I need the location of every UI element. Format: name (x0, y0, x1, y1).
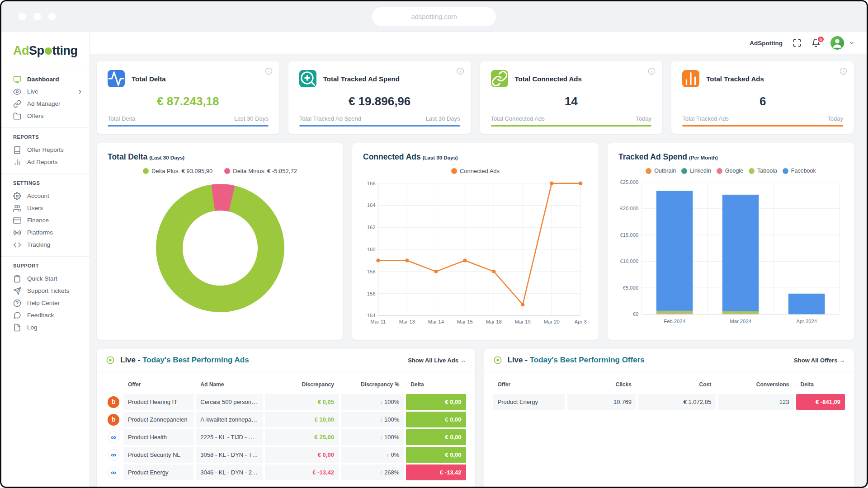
sidebar-item-tracking[interactable]: Tracking (1, 239, 90, 251)
sidebar-item-label: Quick Start (27, 275, 57, 282)
svg-text:€25.000: €25.000 (620, 179, 638, 185)
user-avatar[interactable] (830, 36, 844, 50)
offer-cell: Product Hearing IT (123, 394, 193, 410)
column-header[interactable]: Conversions (718, 377, 793, 392)
legend-item[interactable]: Delta Minus: € -5.852,72 (224, 168, 297, 174)
file-text-icon (13, 324, 21, 332)
svg-text:Apr 2024: Apr 2024 (796, 319, 817, 324)
monitor-icon (13, 75, 21, 84)
column-header[interactable]: Clicks (567, 377, 636, 392)
sidebar-item-label: Finance (27, 217, 49, 224)
legend-item[interactable]: Delta Plus: € 93.095,90 (143, 168, 212, 174)
sidebar-item-ad-reports[interactable]: Ad Reports (1, 156, 90, 168)
column-header[interactable]: Delta (796, 377, 845, 392)
arrow-down-icon: ↓ (380, 434, 383, 441)
ads-table-row[interactable]: ∞Product Energy3046 - KL - DYN - 24/7€ -… (106, 465, 466, 480)
sidebar-item-support-tickets[interactable]: Support Tickets (1, 285, 90, 297)
svg-text:Feb 2024: Feb 2024 (664, 319, 685, 324)
ads-table-row[interactable]: ∞Product Security NL3058 - KL - DYN - TI… (106, 447, 466, 463)
column-header[interactable]: Discrepancy % (341, 377, 404, 392)
sidebar-item-label: Platforms (27, 229, 53, 236)
svg-text:158: 158 (367, 269, 376, 274)
sidebar-item-feedback[interactable]: Feedback (1, 309, 90, 321)
sidebar-item-label: Account (27, 192, 49, 199)
svg-text:156: 156 (367, 291, 376, 296)
legend-item[interactable]: Facebook (783, 168, 816, 174)
notifications-bell-icon[interactable]: 0 (811, 38, 821, 47)
ads-table-row[interactable]: bProduct ZonnepanelenA-kwaliteit zonnepa… (106, 412, 466, 427)
show-all-offers-link[interactable]: Show All Offers → (794, 357, 845, 364)
stat-footer-label: Total Connected Ads (491, 115, 545, 122)
sidebar-item-help-center[interactable]: Help Center (1, 297, 90, 309)
discrepancy-cell: € 10,00 (265, 412, 339, 427)
sidebar-item-offer-reports[interactable]: Offer Reports (1, 144, 90, 156)
zoom-in-icon (299, 70, 316, 87)
column-header[interactable]: Cost (638, 377, 716, 392)
window-dot[interactable] (19, 13, 26, 20)
sidebar-item-log[interactable]: Log (1, 321, 90, 333)
chevron-down-icon[interactable] (849, 40, 855, 46)
legend-dot-icon (681, 168, 687, 174)
sidebar-item-quick-start[interactable]: Quick Start (1, 272, 90, 285)
sidebar-item-account[interactable]: Account (1, 190, 90, 202)
gear-icon (13, 192, 21, 200)
chart-title: Tracked Ad Spend(Per Month) (618, 152, 843, 162)
ads-table-row[interactable]: ∞Product Health2225 - KL - TIJD - DYN€ 2… (106, 429, 466, 445)
stat-card-value: € 87.243,18 (108, 94, 269, 108)
svg-text:Mar 13: Mar 13 (399, 319, 415, 324)
sidebar-item-live[interactable]: Live (1, 85, 90, 98)
tables-row: Live - Today's Best Performing Ads Show … (97, 349, 854, 487)
info-icon[interactable] (648, 67, 656, 75)
sidebar-item-label: Live (27, 88, 38, 95)
offers-table-row[interactable]: Product Energy10.769€ 1.072,85123€ -841,… (493, 394, 845, 410)
legend-item[interactable]: Taboola (749, 168, 777, 174)
eye-icon (13, 88, 21, 96)
stat-card-total-connected-ads: Total Connected Ads14Total Connected Ads… (480, 61, 663, 134)
stat-footer-period: Last 30 Days (426, 115, 460, 122)
discrepancy-cell: € 0,05 (265, 394, 339, 410)
fullscreen-icon[interactable] (793, 38, 802, 47)
column-header[interactable]: Ad Name (196, 377, 262, 392)
legend-item[interactable]: Google (717, 168, 743, 174)
sidebar-item-finance[interactable]: Finance (1, 214, 90, 226)
legend-item[interactable]: Connected Ads (451, 168, 500, 174)
window-dot[interactable] (33, 13, 41, 20)
offer-cell: Product Energy (493, 394, 566, 410)
info-icon[interactable] (457, 67, 464, 75)
live-target-icon (106, 356, 115, 365)
column-header[interactable]: Delta (406, 377, 466, 392)
svg-text:162: 162 (367, 225, 376, 230)
discrepancy-pct-cell: ↑ 268% (341, 465, 404, 480)
info-icon[interactable] (265, 67, 273, 75)
svg-text:€15.000: €15.000 (620, 232, 638, 238)
sidebar-item-dashboard[interactable]: Dashboard (1, 73, 90, 85)
dashboard-content: Total Delta€ 87.243,18Total DeltaLast 30… (90, 54, 867, 487)
stat-footer-period: Today (827, 115, 843, 122)
sidebar-item-users[interactable]: Users (1, 202, 90, 214)
sidebar-item-offers[interactable]: Offers (1, 110, 90, 122)
address-bar[interactable]: adspotting.com (372, 7, 496, 26)
legend-item[interactable]: Outbrain (646, 168, 676, 174)
legend-dot-icon (646, 168, 651, 174)
arrow-down-icon: ↓ (380, 416, 383, 423)
sidebar-item-platforms[interactable]: Platforms (1, 226, 90, 239)
sidebar-item-ad-manager[interactable]: Ad Manager (1, 98, 90, 110)
sidebar-item-label: Support Tickets (27, 287, 69, 294)
offer-cell: Product Energy (123, 465, 193, 480)
column-header[interactable]: Offer (493, 377, 566, 392)
column-header[interactable]: Offer (123, 377, 193, 392)
column-header[interactable]: Discrepancy (265, 377, 339, 392)
logo-dot-icon (45, 47, 52, 55)
stat-footer-period: Today (636, 115, 652, 122)
show-all-live-ads-link[interactable]: Show All Live Ads → (408, 357, 466, 364)
live-target-icon (493, 356, 502, 365)
adspotting-logo[interactable]: AdSptting (1, 32, 90, 67)
credit-card-icon (13, 216, 21, 225)
window-dot[interactable] (48, 13, 56, 20)
ads-table-row[interactable]: bProduct Hearing ITCercasi 500 persone p… (106, 394, 466, 410)
info-icon[interactable] (840, 67, 847, 75)
legend-item[interactable]: Linkedin (681, 168, 711, 174)
legend-dot-icon (783, 168, 788, 174)
table-title: Live - Today's Best Performing Ads (120, 356, 249, 365)
window-controls[interactable] (19, 13, 56, 20)
